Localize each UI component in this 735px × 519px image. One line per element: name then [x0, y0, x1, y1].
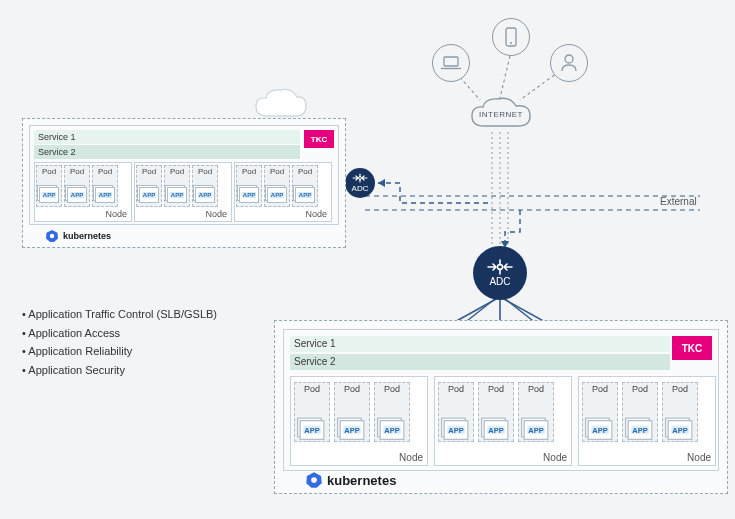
svg-point-41	[311, 477, 317, 483]
svg-marker-8	[378, 179, 385, 187]
node-label: Node	[305, 209, 327, 219]
kubernetes-label: kubernetes	[63, 231, 111, 241]
service1-bar: Service 1	[290, 336, 670, 352]
pod: PodAPP	[192, 165, 218, 207]
pod: PodAPP	[36, 165, 62, 207]
node-label: Node	[205, 209, 227, 219]
laptop-icon	[432, 44, 470, 82]
svg-point-35	[565, 55, 573, 63]
adc-large-label: ADC	[489, 276, 510, 287]
pod: PodAPP	[374, 382, 410, 442]
adc-small-label: ADC	[352, 184, 369, 193]
user-icon	[550, 44, 588, 82]
tkc-badge: TKC	[672, 336, 712, 360]
node-label: Node	[399, 452, 423, 463]
kubernetes-icon	[305, 471, 323, 489]
pod: PodAPP	[294, 382, 330, 442]
feature-bullets: • Application Traffic Control (SLB/GSLB)…	[22, 305, 217, 380]
kubernetes-badge: kubernetes	[305, 471, 396, 489]
adc-icon	[486, 259, 514, 275]
pod: PodAPP	[518, 382, 554, 442]
pod: PodAPP	[92, 165, 118, 207]
pod: PodAPP	[264, 165, 290, 207]
kubernetes-label: kubernetes	[327, 473, 396, 488]
adc-icon	[352, 173, 368, 183]
service1-bar: Service 1	[34, 130, 300, 144]
pod: PodAPP	[64, 165, 90, 207]
service2-bar: Service 2	[34, 145, 300, 159]
internet-cloud: INTERNET	[466, 94, 536, 138]
node-label: Node	[105, 209, 127, 219]
pod: PodAPP	[622, 382, 658, 442]
node-label: Node	[687, 452, 711, 463]
svg-rect-31	[444, 57, 458, 66]
kubernetes-icon	[45, 229, 59, 243]
pod: PodAPP	[478, 382, 514, 442]
bullet-item: • Application Security	[22, 361, 217, 380]
adc-large: ADC	[473, 246, 527, 300]
mobile-icon	[492, 18, 530, 56]
pod: PodAPP	[164, 165, 190, 207]
pod: PodAPP	[236, 165, 262, 207]
pod: PodAPP	[662, 382, 698, 442]
kubernetes-badge: kubernetes	[45, 229, 111, 243]
bullet-item: • Application Access	[22, 324, 217, 343]
internet-label: INTERNET	[466, 110, 536, 119]
pod: PodAPP	[582, 382, 618, 442]
node-label: Node	[543, 452, 567, 463]
svg-line-1	[500, 56, 510, 98]
svg-point-34	[510, 42, 512, 44]
external-label: External	[660, 196, 697, 207]
adc-small: ADC	[345, 168, 375, 198]
bullet-item: • Application Reliability	[22, 342, 217, 361]
svg-point-39	[50, 234, 54, 238]
pod: PodAPP	[334, 382, 370, 442]
bullet-item: • Application Traffic Control (SLB/GSLB)	[22, 305, 217, 324]
service2-bar: Service 2	[290, 354, 670, 370]
tkc-badge: TKC	[304, 130, 334, 148]
svg-point-36	[359, 177, 362, 180]
pod: PodAPP	[136, 165, 162, 207]
pod: PodAPP	[292, 165, 318, 207]
pod: PodAPP	[438, 382, 474, 442]
